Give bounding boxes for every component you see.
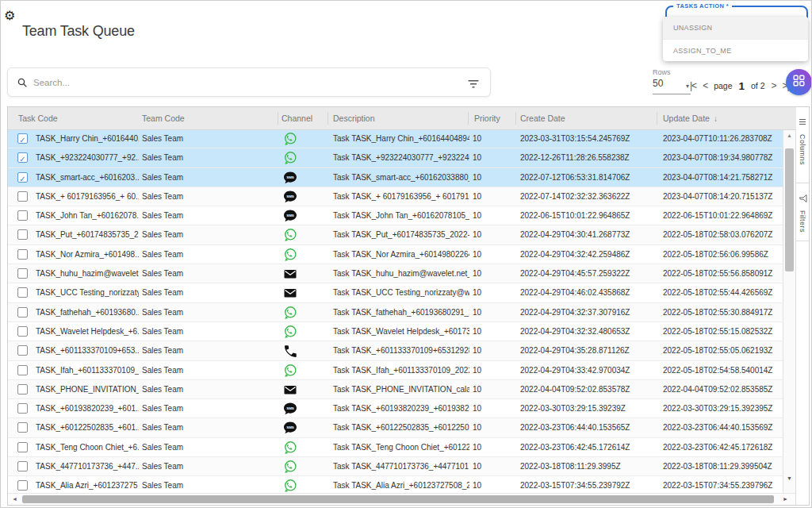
- team-code-cell: Sales Team: [142, 283, 261, 302]
- create-date-cell: 2022-03-23T06:44:40.153565Z: [520, 418, 657, 437]
- filter-list-icon[interactable]: [468, 78, 479, 92]
- table-row[interactable]: TASK_447710173736_+447...Sales TeamTask …: [8, 457, 783, 476]
- col-header-update-date[interactable]: Update Date↓: [663, 107, 718, 130]
- priority-cell: 10: [473, 399, 504, 418]
- create-date-cell: 2022-04-29T04:30:41.268773Z: [520, 225, 657, 244]
- col-header-channel[interactable]: Channel: [282, 107, 312, 129]
- table-row[interactable]: TASK_Put_+60174835735_2...Sales TeamTask…: [8, 225, 783, 244]
- update-date-cell: 2023-04-07T08:14:20.715137Z: [663, 187, 782, 206]
- col-header-team-code[interactable]: Team Code: [142, 107, 185, 129]
- team-code-cell: Sales Team: [142, 322, 261, 341]
- scroll-right-icon[interactable]: ►: [783, 496, 788, 502]
- description-cell: Task TASK_447710173736_+44771017...: [333, 457, 469, 476]
- table-row[interactable]: TASK_PHONE_INVITATION_...Sales TeamTask …: [8, 380, 783, 399]
- scroll-down-icon[interactable]: ▼: [783, 475, 795, 481]
- priority-cell: 10: [473, 457, 504, 476]
- tasks-action-option-unassign[interactable]: UNASSIGN: [663, 17, 808, 39]
- row-checkbox[interactable]: [17, 307, 28, 318]
- col-header-description[interactable]: Description: [333, 107, 375, 129]
- horizontal-scrollbar[interactable]: ◄ ►: [8, 493, 795, 505]
- row-checkbox[interactable]: [17, 172, 28, 183]
- vertical-scroll-thumb[interactable]: [785, 148, 794, 271]
- row-checkbox[interactable]: [17, 133, 28, 144]
- row-checkbox[interactable]: [17, 268, 28, 279]
- table-row[interactable]: TASK_huhu_hazim@wavelet...Sales TeamTask…: [8, 264, 783, 283]
- row-checkbox[interactable]: [17, 287, 28, 298]
- tab-columns[interactable]: Columns: [796, 107, 809, 183]
- table-row[interactable]: TASK_+ 60179163956_+ 60...Sales TeamSMST…: [8, 187, 783, 206]
- whatsapp-icon: [283, 364, 297, 378]
- page-current: 1: [739, 80, 745, 92]
- row-checkbox[interactable]: [17, 326, 28, 337]
- task-code-cell: TASK_Harry Chin_+6016440...: [36, 129, 139, 148]
- prev-page-button[interactable]: <: [703, 80, 707, 91]
- table-row[interactable]: TASK_+60122502835_+601...Sales TeamSMSTa…: [8, 418, 783, 437]
- apps-grid-button[interactable]: [786, 69, 812, 95]
- gear-icon[interactable]: ⚙: [4, 10, 15, 22]
- table-row[interactable]: TASK_Teng Choon Chiet_+6...Sales TeamTas…: [8, 438, 783, 457]
- task-table: Task Code Team Code Channel Description …: [7, 106, 810, 506]
- row-checkbox[interactable]: [17, 191, 28, 202]
- table-row[interactable]: TASK_Ifah_+601133370109_...Sales TeamTas…: [8, 361, 783, 380]
- whatsapp-icon: [283, 460, 297, 474]
- whatsapp-icon: [283, 132, 297, 146]
- col-header-create-date[interactable]: Create Date: [520, 107, 565, 129]
- row-checkbox[interactable]: [17, 442, 28, 452]
- header-divider: [278, 112, 278, 125]
- table-row[interactable]: TASK_Nor Azmira_+601498...Sales TeamTask…: [8, 245, 783, 264]
- row-checkbox[interactable]: [17, 152, 28, 163]
- row-checkbox[interactable]: [17, 422, 28, 433]
- row-checkbox[interactable]: [17, 210, 28, 221]
- row-checkbox[interactable]: [17, 345, 28, 356]
- col-header-task-code[interactable]: Task Code: [18, 107, 58, 129]
- table-row[interactable]: TASK_Wavelet Helpdesk_+6...Sales TeamTas…: [8, 322, 783, 341]
- description-cell: Task TASK_+60193820239_+60193820...: [333, 399, 469, 418]
- table-row[interactable]: TASK_Alia Azri_+601237275Sales TeamTask …: [8, 476, 783, 493]
- row-checkbox[interactable]: [17, 384, 28, 394]
- row-checkbox[interactable]: [17, 403, 28, 414]
- update-date-cell: 2023-04-07T08:19:34.980778Z: [663, 148, 782, 167]
- tab-filters[interactable]: Filters: [796, 183, 809, 241]
- task-code-cell: TASK_John Tan_+60162078...: [36, 206, 139, 225]
- update-date-cell: 2022-05-18T02:58:03.076207Z: [663, 225, 782, 244]
- description-cell: Task TASK_Wavelet Helpdesk_+601736...: [333, 322, 469, 341]
- col-header-priority[interactable]: Priority: [474, 107, 500, 129]
- description-cell: Task TASK_fathehah_+60193680291_2...: [333, 303, 469, 322]
- table-row[interactable]: TASK_Harry Chin_+6016440...Sales TeamTas…: [8, 129, 783, 148]
- tasks-action-option-assign-to-me[interactable]: ASSIGN_TO_ME: [663, 39, 808, 61]
- scroll-left-icon[interactable]: ◄: [12, 496, 17, 502]
- team-code-cell: Sales Team: [142, 187, 261, 206]
- table-row[interactable]: TASK_+60193820239_+601...Sales TeamSMSTa…: [8, 399, 783, 418]
- row-checkbox[interactable]: [17, 480, 28, 491]
- priority-cell: 10: [473, 418, 504, 437]
- whatsapp-icon: [283, 441, 297, 455]
- table-row[interactable]: TASK_UCC Testing_norizzaty...Sales TeamT…: [8, 283, 783, 302]
- row-checkbox[interactable]: [17, 229, 28, 240]
- create-date-cell: 2022-04-29T04:33:42.970034Z: [520, 361, 657, 380]
- table-row[interactable]: TASK_+923224030777_+92...Sales TeamTask …: [8, 148, 783, 167]
- vertical-scrollbar[interactable]: ▲ ▼: [783, 129, 795, 493]
- description-cell: Task TASK_+601133370109+65312928...: [333, 341, 469, 360]
- horizontal-scroll-thumb[interactable]: [22, 495, 774, 503]
- row-checkbox[interactable]: [17, 461, 28, 471]
- next-page-button[interactable]: >: [772, 80, 776, 91]
- row-checkbox[interactable]: [17, 249, 28, 260]
- table-row[interactable]: TASK_smart-acc_+6016203...Sales TeamSMST…: [8, 168, 783, 187]
- priority-cell: 10: [473, 206, 504, 225]
- create-date-cell: 2022-07-12T06:53:31.814706Z: [520, 168, 657, 187]
- table-row[interactable]: TASK_+601133370109+653...Sales TeamTask …: [8, 341, 783, 360]
- scroll-up-icon[interactable]: ▲: [783, 133, 795, 138]
- search-input[interactable]: [32, 71, 463, 94]
- update-date-cell: 2022-03-23T06:44:40.153569Z: [663, 418, 782, 437]
- rows-per-page-select[interactable]: 50 ▾: [653, 78, 691, 94]
- table-row[interactable]: TASK_fathehah_+60193680...Sales TeamTask…: [8, 303, 783, 322]
- row-checkbox[interactable]: [17, 365, 28, 375]
- description-cell: Task TASK_John Tan_+60162078105_2...: [333, 206, 469, 225]
- update-date-cell: 2022-05-18T02:55:56.858091Z: [663, 264, 782, 283]
- update-date-cell: 2022-05-18T02:56:06.99586Z: [663, 245, 782, 264]
- table-row[interactable]: TASK_John Tan_+60162078...Sales TeamSMST…: [8, 206, 783, 225]
- first-page-button[interactable]: |<: [690, 80, 696, 91]
- create-date-cell: 2022-12-26T11:28:26.558238Z: [520, 148, 657, 167]
- task-code-cell: TASK_smart-acc_+6016203...: [36, 168, 139, 187]
- email-icon: [283, 286, 297, 300]
